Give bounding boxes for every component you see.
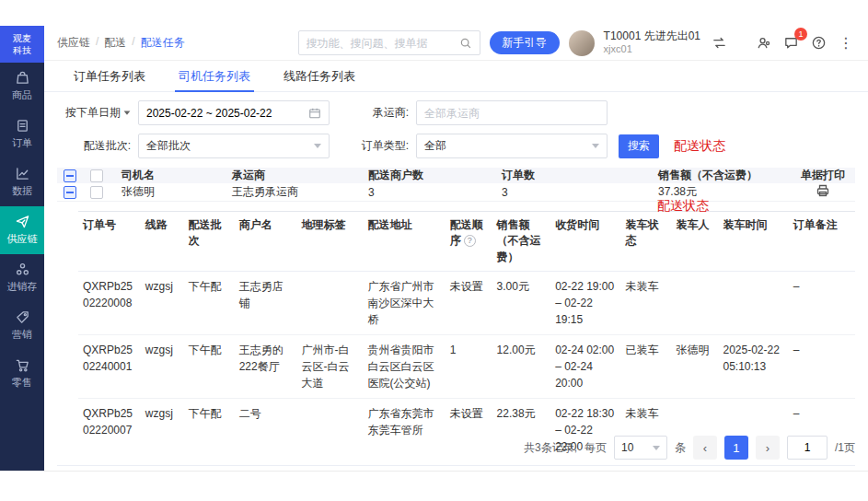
driver-table-header: 司机名 承运商 配送商户数 订单数 销售额（不含运费） 单据打印 xyxy=(57,168,855,183)
switch-account-icon[interactable] xyxy=(710,34,728,52)
sidebar-item-marketing[interactable]: 营销 xyxy=(0,302,44,350)
order-no-link[interactable]: QXRPb2502220008 xyxy=(78,272,141,335)
tab-label: 司机任务列表 xyxy=(179,68,250,85)
line-cell: wzgsj xyxy=(141,335,184,399)
global-search-input[interactable] xyxy=(307,37,454,50)
app-window: 观麦科技 商品 订单 数据 供应链 进销存 营销 零售 xyxy=(0,26,868,472)
message-badge: 1 xyxy=(794,28,807,41)
geo-tag-cell xyxy=(297,399,364,462)
org-contacts-icon[interactable] xyxy=(754,34,772,52)
col-header-sequence: 配送顺序? xyxy=(446,212,492,272)
tag-icon xyxy=(15,309,30,325)
load-time-cell xyxy=(718,272,788,335)
breadcrumb-supply-chain[interactable]: 供应链 xyxy=(57,35,90,51)
order-type-label: 订单类型: xyxy=(350,138,409,154)
order-row: QXRPb2502240001 wzgsj 下午配 王志勇的222餐厅 广州市-… xyxy=(78,335,855,399)
receive-time-cell: 02-24 02:00 – 02-24 20:00 xyxy=(550,335,620,399)
main-content: 供应链 / 配送 / 配送任务 新手引导 T10001 先进先出01 xjxc0… xyxy=(44,26,868,471)
order-no-link[interactable]: QXRPb2502220007 xyxy=(78,399,141,462)
carrier-name: 王志勇承运商 xyxy=(232,184,368,200)
collapse-all-toggle[interactable] xyxy=(64,169,76,182)
col-header-load-time: 装车时间 xyxy=(718,212,788,272)
order-count: 3 xyxy=(502,186,658,199)
batch-cell: 下午配 xyxy=(184,399,235,462)
search-button[interactable]: 搜索 xyxy=(619,134,659,158)
chart-icon xyxy=(15,166,30,181)
sidebar-item-inventory[interactable]: 进销存 xyxy=(0,254,44,302)
inventory-icon xyxy=(15,262,30,277)
order-no-link[interactable]: QXRPb2502240001 xyxy=(78,335,141,399)
receive-time-cell: 02-22 19:00 – 02-22 19:15 xyxy=(550,272,620,335)
more-menu-icon[interactable]: ⋮ xyxy=(837,34,855,52)
col-header-address: 配送地址 xyxy=(364,212,446,272)
order-icon xyxy=(15,118,30,134)
carrier-input-box[interactable] xyxy=(416,100,608,125)
sidebar: 观麦科技 商品 订单 数据 供应链 进销存 营销 零售 xyxy=(0,26,44,471)
select-all-checkbox[interactable] xyxy=(90,169,103,182)
guide-button[interactable]: 新手引导 xyxy=(490,31,560,54)
carrier-input[interactable] xyxy=(424,107,599,120)
date-range-picker[interactable] xyxy=(138,100,330,125)
geo-tag-cell xyxy=(297,272,364,335)
driver-task-table: 司机名 承运商 配送商户数 订单数 销售额（不含运费） 单据打印 张德明 王志勇… xyxy=(57,168,855,426)
chevron-down-icon xyxy=(592,144,599,148)
messages-icon[interactable]: 1 xyxy=(781,34,800,52)
col-header-driver: 司机名 xyxy=(110,168,232,183)
col-header-geo-tag: 地理标签 xyxy=(297,212,364,272)
calendar-icon xyxy=(308,107,321,120)
chevron-down-icon xyxy=(314,144,321,148)
collapse-row-toggle[interactable] xyxy=(64,186,76,199)
avatar[interactable] xyxy=(569,30,595,56)
search-icon[interactable] xyxy=(459,37,472,50)
address-cell: 广东省东莞市东莞车管所 xyxy=(364,399,446,462)
sidebar-item-supply-chain[interactable]: 供应链 xyxy=(0,206,44,254)
breadcrumb-delivery[interactable]: 配送 xyxy=(104,35,126,51)
user-info[interactable]: T10001 先进先出01 xjxc01 xyxy=(604,29,700,56)
tab-driver-task-list[interactable]: 司机任务列表 xyxy=(162,61,267,91)
batch-select[interactable]: 全部批次 xyxy=(138,134,330,158)
sidebar-item-data[interactable]: 数据 xyxy=(0,158,44,206)
col-header-sales: 销售额（不含运费） xyxy=(492,212,551,272)
breadcrumb: 供应链 / 配送 / 配送任务 xyxy=(57,35,185,51)
batch-label-wrap: 配送批次: xyxy=(57,138,131,154)
sidebar-item-label: 零售 xyxy=(12,376,32,390)
col-header-loader: 装车人 xyxy=(672,212,719,272)
chevron-down-icon xyxy=(124,111,131,114)
col-header-merchant: 商户名 xyxy=(235,212,297,272)
sequence-cell: 1 xyxy=(446,335,492,399)
sales-cell: 3.00元 xyxy=(492,272,551,335)
order-type-select[interactable]: 全部 xyxy=(416,134,608,158)
breadcrumb-separator: / xyxy=(132,35,134,51)
load-status-cell: 未装车 xyxy=(620,399,671,462)
col-header-sales: 销售额（不含运费） xyxy=(658,168,791,183)
col-header-order-no: 订单号 xyxy=(78,212,141,272)
load-status-cell: 未装车 xyxy=(620,272,671,335)
annotation-delivery-status: 配送状态 xyxy=(657,198,709,215)
load-status-cell: 已装车 xyxy=(620,335,671,399)
row-checkbox[interactable] xyxy=(90,186,103,199)
tab-order-task-list[interactable]: 订单任务列表 xyxy=(57,61,162,91)
sidebar-item-retail[interactable]: 零售 xyxy=(0,350,44,398)
col-header-print: 单据打印 xyxy=(791,168,855,183)
sidebar-item-label: 营销 xyxy=(12,328,32,342)
col-header-line: 线路 xyxy=(141,212,184,272)
order-detail-panel: 配送状态 订单号 线路 配送批次 商户名 地理标签 配送地址 配送顺 xyxy=(57,202,855,466)
batch-cell: 下午配 xyxy=(184,335,235,399)
sequence-help-icon[interactable]: ? xyxy=(464,235,476,247)
remark-cell: – xyxy=(789,399,855,462)
help-icon[interactable] xyxy=(809,34,827,52)
annotation-delivery-status: 配送状态 xyxy=(674,138,725,155)
tab-route-task-list[interactable]: 线路任务列表 xyxy=(267,61,372,91)
sidebar-item-orders[interactable]: 订单 xyxy=(0,111,44,158)
date-range-input[interactable] xyxy=(146,107,303,120)
sidebar-item-products[interactable]: 商品 xyxy=(0,63,44,111)
order-table: 订单号 线路 配送批次 商户名 地理标签 配送地址 配送顺序? 销售额（不含运费… xyxy=(78,211,855,461)
line-cell: wzgsj xyxy=(141,399,184,462)
date-type-dropdown[interactable]: 按下单日期 xyxy=(57,105,131,121)
order-table-header: 订单号 线路 配送批次 商户名 地理标签 配送地址 配送顺序? 销售额（不含运费… xyxy=(78,212,855,272)
sidebar-item-label: 供应链 xyxy=(7,232,38,246)
merchant-count: 3 xyxy=(368,186,502,199)
filter-panel: 按下单日期 承运商: 配送批次: 全部批次 xyxy=(44,92,868,166)
sidebar-item-label: 商品 xyxy=(12,88,32,102)
print-icon[interactable] xyxy=(816,183,830,201)
